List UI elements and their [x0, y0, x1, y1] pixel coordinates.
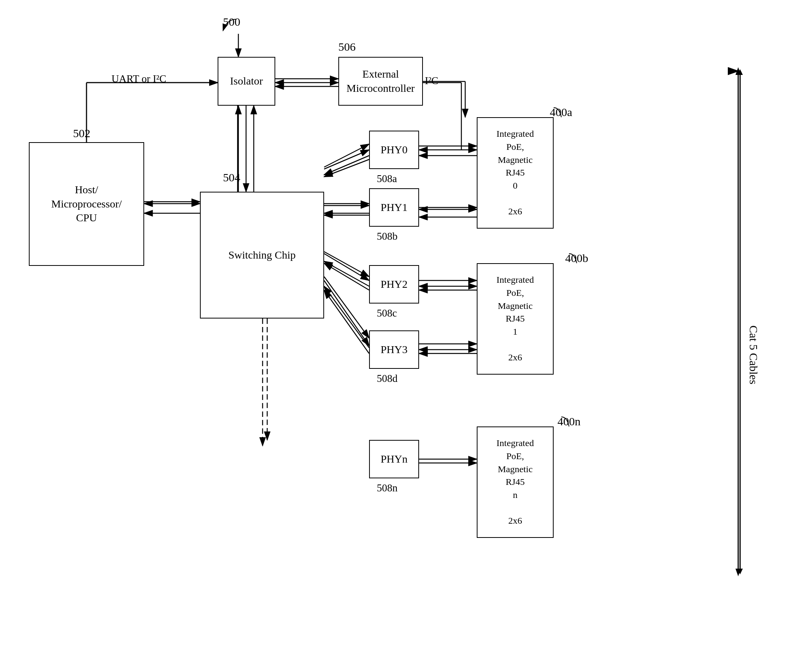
phy1-block: PHY1	[369, 188, 419, 227]
port0-block: Integrated PoE, Magnetic RJ45 0 2x6	[477, 117, 554, 229]
port1-block: Integrated PoE, Magnetic RJ45 1 2x6	[477, 263, 554, 375]
svg-line-17	[324, 263, 369, 290]
ref-508c-label: 508c	[377, 307, 397, 319]
uart-label: UART or I²C	[111, 73, 166, 85]
cat5-arrow	[732, 67, 752, 578]
svg-line-46	[324, 156, 369, 175]
ref-508n-label: 508n	[377, 482, 398, 494]
svg-line-53	[324, 252, 369, 277]
ref-506-label: 506	[338, 40, 356, 53]
phy2-block: PHY2	[369, 265, 419, 304]
ref-504-label: 504	[223, 171, 240, 184]
phyn-block: PHYn	[369, 440, 419, 478]
phy3-block: PHY3	[369, 330, 419, 369]
isolator-block: Isolator	[218, 57, 275, 106]
svg-line-20	[324, 290, 369, 353]
svg-marker-32	[737, 569, 743, 574]
svg-marker-31	[737, 69, 743, 75]
host-block: Host/ Microprocessor/ CPU	[29, 142, 144, 266]
ref500-curve	[215, 15, 246, 36]
svg-line-16	[324, 254, 369, 280]
ref-508b-label: 508b	[377, 231, 398, 242]
ref-502-label: 502	[73, 127, 90, 140]
switching-chip-block: Switching Chip	[200, 192, 324, 319]
svg-line-45	[324, 144, 369, 167]
i2c-label: I²C	[425, 75, 438, 87]
portn-block: Integrated PoE, Magnetic RJ45 n 2x6	[477, 426, 554, 538]
diagram: 500 Isolator 506 External Microcontrolle…	[0, 0, 812, 652]
svg-line-11	[324, 159, 369, 177]
ref-508d-label: 508d	[377, 373, 398, 385]
svg-line-58	[324, 286, 369, 348]
phy0-block: PHY0	[369, 131, 419, 169]
ref400b-curve	[550, 250, 581, 271]
external-mc-block: External Microcontroller	[338, 57, 423, 106]
svg-line-54	[324, 261, 369, 286]
ref-508a-label: 508a	[377, 173, 397, 185]
svg-line-57	[324, 277, 369, 338]
svg-line-10	[324, 150, 369, 169]
svg-line-19	[324, 280, 369, 346]
